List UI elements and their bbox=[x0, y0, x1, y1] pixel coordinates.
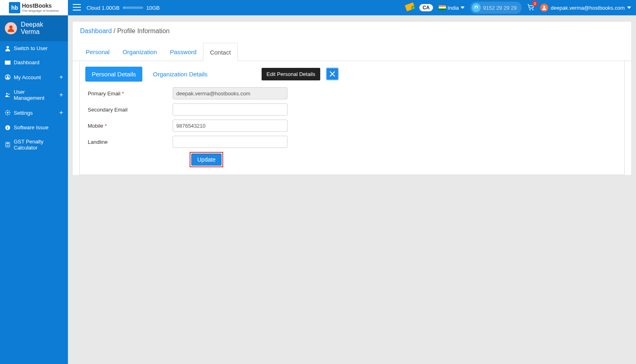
close-edit-button[interactable] bbox=[326, 67, 339, 80]
row-secondary-email: Secondary Email bbox=[85, 103, 619, 116]
top-header: hb HostBooks The language of business Cl… bbox=[0, 0, 636, 15]
chevron-down-icon bbox=[627, 6, 631, 9]
label-primary-email: Primary Email * bbox=[88, 90, 173, 97]
sidebar-item-label: GST Penalty Calculator bbox=[14, 139, 63, 151]
svg-point-10 bbox=[7, 76, 8, 77]
svg-point-6 bbox=[9, 25, 13, 29]
country-selector[interactable]: India bbox=[439, 5, 465, 11]
user-menu[interactable]: deepak.verma@hostbooks.com bbox=[540, 4, 631, 12]
info-icon: i bbox=[5, 125, 11, 130]
contact-subtabs: Personal Details Organization Details Ed… bbox=[85, 67, 619, 82]
avatar-icon bbox=[5, 22, 17, 34]
svg-point-22 bbox=[7, 145, 8, 146]
svg-point-3 bbox=[529, 9, 530, 10]
tooltip-edit-personal: Edit Personal Details bbox=[262, 68, 320, 80]
svg-point-21 bbox=[6, 145, 7, 146]
tab-personal[interactable]: Personal bbox=[79, 43, 116, 61]
main-content: Dashboard / Profile Information Personal… bbox=[68, 15, 636, 364]
row-mobile: Mobile * bbox=[85, 120, 619, 132]
sidebar-item-label: Settings bbox=[14, 110, 33, 116]
profile-card: Personal Organization Password Contact P… bbox=[73, 40, 631, 175]
sidebar-item-label: Switch to User bbox=[14, 45, 48, 51]
profile-tabs: Personal Organization Password Contact bbox=[73, 40, 631, 61]
sidebar-item-label: User Management bbox=[14, 89, 56, 101]
svg-point-11 bbox=[6, 93, 8, 95]
logo-tagline: The language of business bbox=[22, 9, 59, 13]
label-landline: Landline bbox=[88, 139, 173, 145]
svg-rect-8 bbox=[5, 61, 11, 65]
input-secondary-email[interactable] bbox=[173, 103, 287, 116]
cart-count-badge: 0 bbox=[532, 1, 538, 6]
expand-icon: + bbox=[59, 109, 63, 116]
support-number: 9152 29 29 29 bbox=[483, 5, 517, 11]
sidebar-item-label: Dashboard bbox=[14, 59, 40, 65]
dashboard-icon bbox=[5, 60, 11, 65]
label-secondary-email: Secondary Email bbox=[88, 107, 173, 113]
close-icon bbox=[329, 71, 336, 77]
breadcrumb-root-link[interactable]: Dashboard bbox=[80, 27, 112, 34]
svg-point-19 bbox=[7, 145, 8, 145]
country-label: India bbox=[448, 5, 459, 11]
sidebar-item-label: Software Issue bbox=[14, 124, 49, 130]
svg-point-23 bbox=[8, 145, 9, 146]
breadcrumb-sep: / bbox=[112, 27, 117, 34]
edit-tooltip-group: Edit Personal Details bbox=[262, 67, 339, 80]
sidebar-item-software-issue[interactable]: i Software Issue bbox=[0, 120, 68, 135]
update-button[interactable]: Update bbox=[191, 154, 222, 166]
sidebar: Deepak Verma Switch to User Dashboard My… bbox=[0, 15, 68, 364]
gear-icon bbox=[5, 110, 11, 116]
expand-icon: + bbox=[59, 74, 63, 81]
flag-icon bbox=[439, 5, 446, 10]
sidebar-user-name: Deepak Verma bbox=[21, 21, 63, 36]
svg-rect-17 bbox=[6, 143, 9, 144]
account-icon bbox=[5, 74, 11, 80]
sidebar-item-gst-calculator[interactable]: GST Penalty Calculator bbox=[0, 135, 68, 155]
svg-point-4 bbox=[532, 9, 533, 10]
avatar-icon bbox=[540, 4, 548, 12]
subtab-organization-details[interactable]: Organization Details bbox=[146, 67, 214, 82]
tab-password[interactable]: Password bbox=[163, 43, 203, 61]
cloud-used-label: Cloud 1.00GB bbox=[87, 5, 120, 11]
svg-point-5 bbox=[543, 6, 545, 8]
svg-point-18 bbox=[6, 145, 7, 145]
input-primary-email bbox=[173, 87, 287, 99]
tab-contact[interactable]: Contact bbox=[203, 43, 238, 61]
svg-point-12 bbox=[8, 94, 10, 95]
cloud-usage: Cloud 1.00GB 10GB bbox=[87, 5, 160, 11]
row-primary-email: Primary Email * bbox=[85, 87, 619, 99]
cart-button[interactable]: 0 bbox=[527, 4, 535, 12]
input-landline[interactable] bbox=[173, 136, 287, 148]
tab-organization[interactable]: Organization bbox=[116, 43, 163, 61]
breadcrumb-current: Profile Information bbox=[117, 27, 170, 34]
label-mobile: Mobile * bbox=[88, 123, 173, 129]
users-icon bbox=[5, 92, 11, 98]
headset-icon bbox=[472, 3, 481, 12]
sidebar-item-settings[interactable]: Settings + bbox=[0, 105, 68, 120]
expand-icon: + bbox=[59, 91, 63, 99]
user-icon bbox=[5, 46, 11, 51]
input-mobile[interactable] bbox=[173, 120, 287, 132]
svg-point-7 bbox=[6, 46, 9, 48]
menu-toggle-icon[interactable] bbox=[73, 4, 81, 12]
svg-text:i: i bbox=[7, 126, 8, 130]
update-highlight: Update bbox=[190, 152, 223, 167]
cloud-max-label: 10GB bbox=[146, 5, 160, 11]
calculator-icon bbox=[5, 142, 11, 147]
logo-name: HostBooks bbox=[22, 2, 52, 9]
ca-badge[interactable]: CA bbox=[419, 4, 433, 11]
sidebar-item-dashboard[interactable]: Dashboard bbox=[0, 55, 68, 69]
support-phone[interactable]: 9152 29 29 29 bbox=[470, 2, 522, 14]
sidebar-item-my-account[interactable]: My Account + bbox=[0, 69, 68, 85]
ticket-icon[interactable]: + bbox=[406, 4, 414, 12]
user-email-label: deepak.verma@hostbooks.com bbox=[551, 5, 625, 11]
row-landline: Landline bbox=[85, 136, 619, 148]
breadcrumb: Dashboard / Profile Information bbox=[73, 22, 631, 40]
sidebar-user[interactable]: Deepak Verma bbox=[0, 15, 68, 41]
chevron-down-icon bbox=[461, 6, 465, 9]
sidebar-item-switch-user[interactable]: Switch to User bbox=[0, 41, 68, 55]
subtab-personal-details[interactable]: Personal Details bbox=[85, 67, 142, 82]
svg-point-13 bbox=[7, 112, 8, 114]
brand-logo[interactable]: hb HostBooks The language of business bbox=[0, 0, 68, 15]
usage-bar bbox=[123, 6, 143, 9]
sidebar-item-user-management[interactable]: User Management + bbox=[0, 85, 68, 105]
